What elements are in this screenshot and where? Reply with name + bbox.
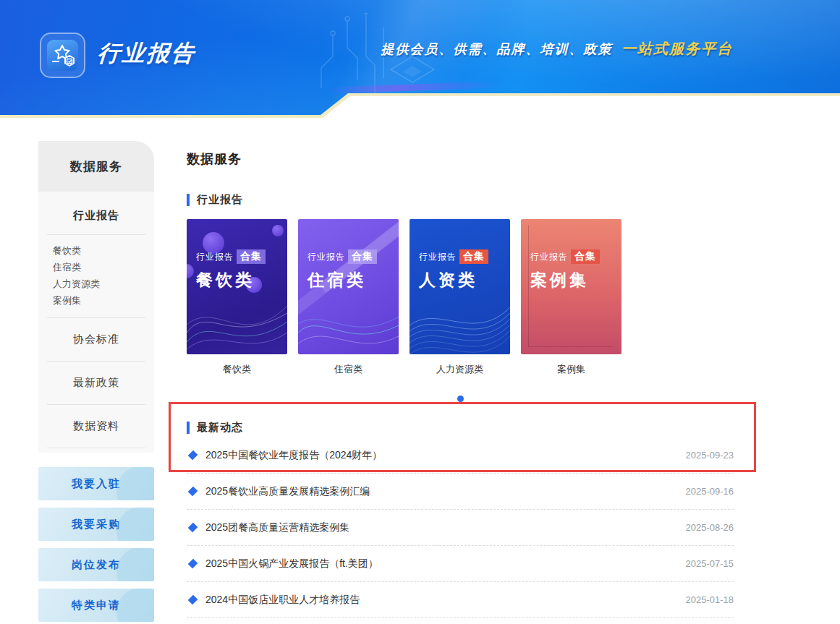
diamond-bullet-icon (188, 487, 198, 497)
cover-tag: 行业报告 (419, 251, 457, 263)
diamond-bullet-icon (188, 523, 198, 533)
section-bar (187, 422, 190, 434)
cover-title: 人资类 (419, 269, 488, 291)
cover-text: 行业报告 合集 人资类 (419, 249, 488, 291)
sidebar-subitem-lodging[interactable]: 住宿类 (53, 259, 154, 275)
sidebar-item-latest-policies[interactable]: 最新政策 (38, 362, 154, 404)
cover-badge: 合集 (459, 249, 488, 264)
cover-title: 住宿类 (307, 269, 377, 291)
sidebar-menu-panel: 行业报告 餐饮类 住宿类 人力资源类 案例集 协会标准 最新政策 数据资料 (38, 192, 154, 453)
carousel-indicator (187, 396, 734, 402)
page-banner-title: 行业报告 (97, 38, 198, 69)
job-posting-button[interactable]: 岗位发布 (38, 548, 154, 581)
circle-decoration (187, 264, 194, 278)
sidebar-item-data-materials[interactable]: 数据资料 (38, 405, 154, 448)
news-row[interactable]: 2025中国餐饮业年度报告（2024财年） 2025-09-23 (187, 437, 734, 474)
news-row[interactable]: 2024中国饭店业职业人才培养报告 2025-01-18 (187, 582, 734, 618)
main-content: 数据服务 行业报告 行业报告 合集 餐饮类 (187, 141, 734, 618)
join-us-button[interactable]: 我要入驻 (38, 467, 154, 500)
cover-human-resources[interactable]: 行业报告 合集 人资类 (410, 219, 510, 354)
news-date: 2025-07-15 (686, 558, 734, 569)
slogan-services: 提供会员、供需、品牌、培训、政策 (381, 42, 613, 56)
report-cover-row: 行业报告 合集 餐饮类 行业报告 合集 住宿类 (187, 219, 734, 354)
cover-label-human-resources: 人力资源类 (410, 363, 510, 376)
cover-label-case-collection: 案例集 (521, 363, 621, 376)
header-banner: 行业报告 提供会员、供需、品牌、培训、政策 一站式服务平台 (0, 0, 840, 120)
news-row[interactable]: 2025餐饮业高质量发展精选案例汇编 2025-09-16 (187, 474, 734, 510)
news-title: 2025餐饮业高质量发展精选案例汇编 (205, 485, 370, 498)
slogan-platform: 一站式服务平台 (621, 40, 733, 56)
header-slogan: 提供会员、供需、品牌、培训、政策 一站式服务平台 (381, 39, 734, 59)
diamond-bullet-icon (188, 595, 198, 605)
cover-badge: 合集 (348, 249, 377, 264)
page-title: 数据服务 (187, 150, 734, 168)
news-title: 2025中国餐饮业年度报告（2024财年） (205, 449, 382, 462)
cover-tag: 行业报告 (196, 251, 234, 263)
sidebar-item-industry-reports[interactable]: 行业报告 (38, 203, 154, 234)
cover-label-row: 餐饮类 住宿类 人力资源类 案例集 (187, 363, 734, 376)
cover-lodging[interactable]: 行业报告 合集 住宿类 (298, 219, 399, 354)
cover-label-lodging: 住宿类 (298, 363, 399, 376)
circle-decoration (272, 225, 284, 236)
sidebar-item-association-standards[interactable]: 协会标准 (38, 318, 154, 361)
wave-decoration (298, 304, 399, 354)
news-title: 2025中国火锅产业发展报告（ft.美团） (205, 557, 378, 570)
cover-catering[interactable]: 行业报告 合集 餐饮类 (187, 219, 287, 354)
cover-title: 餐饮类 (196, 269, 266, 291)
news-date: 2025-09-16 (686, 486, 734, 497)
report-star-badge-icon (40, 33, 85, 78)
cover-text: 行业报告 合集 餐饮类 (196, 249, 266, 291)
section-title: 最新动态 (197, 421, 243, 435)
news-title: 2025团餐高质量运营精选案例集 (205, 521, 349, 534)
news-date: 2025-01-18 (686, 594, 734, 605)
sidebar-subitem-human-resources[interactable]: 人力资源类 (53, 275, 154, 292)
sidebar-title: 数据服务 (38, 141, 154, 192)
news-date: 2025-09-23 (686, 450, 734, 461)
section-title: 行业报告 (197, 193, 243, 207)
cover-case-collection[interactable]: 行业报告 合集 案例集 (521, 219, 621, 354)
header-background: 行业报告 提供会员、供需、品牌、培训、政策 一站式服务平台 (0, 0, 840, 120)
news-row[interactable]: 2025中国火锅产业发展报告（ft.美团） 2025-07-15 (187, 546, 734, 582)
diamond-bullet-icon (188, 450, 198, 461)
cover-badge: 合集 (571, 249, 600, 264)
cover-text: 行业报告 合集 案例集 (530, 249, 600, 291)
mesh-wave-decoration (410, 289, 510, 354)
news-row[interactable]: 2025团餐高质量运营精选案例集 2025-08-26 (187, 510, 734, 546)
sidebar-action-buttons: 我要入驻 我要采购 岗位发布 特类申请 (38, 467, 154, 624)
section-bar (187, 194, 190, 206)
divider (47, 448, 145, 448)
cover-text: 行业报告 合集 住宿类 (307, 249, 377, 291)
news-date: 2025-08-26 (686, 522, 734, 533)
carousel-dot[interactable] (457, 396, 464, 402)
sidebar-subitem-case-collection[interactable]: 案例集 (53, 292, 154, 309)
cover-label-catering: 餐饮类 (187, 363, 287, 376)
industry-reports-section-header: 行业报告 (187, 193, 734, 207)
cover-badge: 合集 (237, 249, 266, 264)
cover-tag: 行业报告 (530, 251, 568, 263)
wave-decoration (187, 293, 287, 354)
sidebar: 数据服务 行业报告 餐饮类 住宿类 人力资源类 案例集 协会标准 最新政策 数据… (38, 141, 154, 624)
cover-title: 案例集 (530, 269, 600, 291)
special-application-button[interactable]: 特类申请 (38, 589, 154, 622)
diamond-bullet-icon (188, 559, 198, 569)
sidebar-subcategory-list: 餐饮类 住宿类 人力资源类 案例集 (38, 235, 154, 317)
cover-tag: 行业报告 (307, 251, 345, 263)
procurement-button[interactable]: 我要采购 (38, 508, 154, 541)
news-title: 2024中国饭店业职业人才培养报告 (205, 594, 360, 607)
sidebar-subitem-catering[interactable]: 餐饮类 (53, 242, 154, 259)
news-list: 2025中国餐饮业年度报告（2024财年） 2025-09-23 2025餐饮业… (187, 437, 734, 618)
news-section-header: 最新动态 (187, 421, 734, 435)
